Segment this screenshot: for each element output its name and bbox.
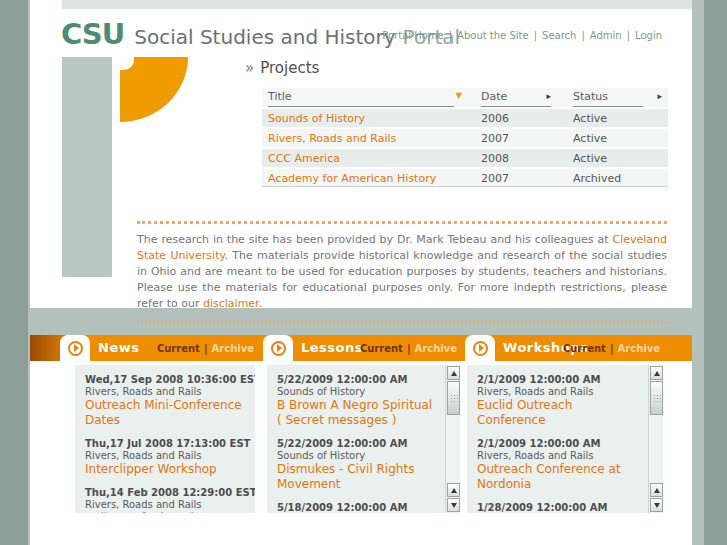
disclaimer-link[interactable]: disclaimer: [203, 297, 259, 310]
scrollbar-thumb[interactable]: [447, 381, 460, 415]
grip-icon: [653, 394, 661, 402]
table-row: CCC America 2008 Active: [262, 147, 668, 167]
news-item: Thu,14 Feb 2008 12:29:00 EST Rivers, Roa…: [85, 487, 247, 513]
lessons-list-panel: 5/22/2009 12:00:00 AM Sounds of History …: [267, 365, 460, 513]
project-date: 2007: [465, 169, 557, 186]
play-circle-icon: [68, 341, 83, 356]
scroll-up-button[interactable]: [650, 366, 663, 380]
csu-logo-text: CSU: [61, 17, 124, 51]
item-title-link[interactable]: Euclid Outreach Conference: [477, 398, 641, 428]
news-current-link[interactable]: Current: [157, 343, 200, 354]
main-card: CSU Social Studies and History Portal Po…: [30, 0, 692, 308]
title-column-label[interactable]: Title: [268, 90, 454, 107]
scroll-up-button[interactable]: [447, 366, 460, 380]
item-date: 5/22/2009 12:00:00 AM: [277, 374, 438, 386]
item-title-link[interactable]: College of Education Partnership Confere…: [85, 511, 247, 513]
item-title-link[interactable]: B Brown A Negro Spiritual ( Secret messa…: [277, 398, 438, 428]
nav-login[interactable]: Login: [635, 30, 662, 41]
tab-workshops[interactable]: [465, 335, 495, 361]
scrollbar[interactable]: [445, 365, 460, 513]
scrollbar-thumb[interactable]: [650, 381, 663, 415]
project-link[interactable]: CCC America: [268, 152, 340, 165]
item-title-link[interactable]: Dismukes - Civil Rights Movement: [277, 462, 438, 492]
news-list-panel: Wed,17 Sep 2008 10:36:00 EST Rivers, Roa…: [75, 365, 255, 513]
sort-icon[interactable]: ▸: [546, 91, 551, 101]
scroll-up-button[interactable]: [447, 483, 460, 497]
orange-fan-decoration: [120, 57, 188, 122]
scroll-down-button[interactable]: [650, 498, 663, 512]
scrollbar-buttons: [446, 482, 460, 513]
project-date: 2008: [465, 149, 557, 167]
sections-header-bar: News Current|Archive Lessons Current|Arc…: [30, 335, 692, 361]
nav-portal-home[interactable]: Portal Home: [382, 30, 443, 41]
lesson-item: 5/18/2009 12:00:00 AM Sounds of History …: [277, 502, 438, 513]
play-icon: [479, 344, 484, 352]
workshop-item: 2/1/2009 12:00:00 AM Rivers, Roads and R…: [477, 438, 641, 492]
lesson-item: 5/22/2009 12:00:00 AM Sounds of History …: [277, 374, 438, 428]
project-link[interactable]: Sounds of History: [268, 112, 365, 125]
projects-heading-text: Projects: [260, 59, 319, 77]
workshops-archive-link[interactable]: Archive: [618, 343, 660, 354]
arrow-up-icon: [654, 371, 660, 376]
item-project: Rivers, Roads and Rails: [477, 386, 641, 398]
item-title-link[interactable]: Outreach Mini-Conference Dates: [85, 398, 247, 428]
item-title-link[interactable]: Interclipper Workshop: [85, 462, 247, 477]
play-icon: [277, 344, 282, 352]
scroll-up-button[interactable]: [650, 483, 663, 497]
project-link[interactable]: Academy for American History: [268, 172, 436, 185]
tab-lessons[interactable]: [263, 335, 293, 361]
sort-desc-icon[interactable]: ▼: [456, 91, 462, 100]
about-text: The research in the site has been provid…: [137, 233, 612, 246]
item-date: 2/1/2009 12:00:00 AM: [477, 438, 641, 450]
nav-separator: |: [449, 30, 452, 41]
news-archive-link[interactable]: Archive: [212, 343, 254, 354]
column-header-status: Status ▸: [557, 88, 668, 107]
top-navigation: Portal Home|About the Site|Search|Admin|…: [382, 30, 662, 41]
nav-search[interactable]: Search: [542, 30, 576, 41]
lessons-archive-link[interactable]: Archive: [415, 343, 457, 354]
news-item: Wed,17 Sep 2008 10:36:00 EST Rivers, Roa…: [85, 374, 247, 428]
site-title: Social Studies and History: [134, 25, 395, 49]
projects-heading: »Projects: [245, 59, 319, 77]
item-project: Sounds of History: [277, 386, 438, 398]
nav-admin[interactable]: Admin: [590, 30, 622, 41]
scrollbar-buttons: [649, 482, 663, 513]
item-project: Rivers, Roads and Rails: [85, 386, 247, 398]
nav-separator: |: [627, 30, 630, 41]
top-accent-strip: [62, 0, 692, 9]
item-project: Rivers, Roads and Rails: [85, 450, 247, 462]
news-section-title: News: [98, 335, 139, 361]
nav-separator: |: [581, 30, 584, 41]
date-column-label[interactable]: Date: [481, 90, 551, 107]
item-date: 5/18/2009 12:00:00 AM: [277, 502, 438, 513]
status-column-label[interactable]: Status: [573, 90, 643, 107]
play-circle-icon: [271, 341, 286, 356]
item-date: 5/22/2009 12:00:00 AM: [277, 438, 438, 450]
arrow-down-icon: [654, 503, 660, 508]
workshops-current-link[interactable]: Current: [563, 343, 606, 354]
lesson-item: 5/22/2009 12:00:00 AM Sounds of History …: [277, 438, 438, 492]
nav-separator: |: [534, 30, 537, 41]
lessons-current-link[interactable]: Current: [360, 343, 403, 354]
sort-icon[interactable]: ▸: [657, 91, 662, 101]
arrow-up-icon: [451, 488, 457, 493]
scrollbar[interactable]: [648, 365, 663, 513]
lessons-section-title: Lessons: [301, 335, 363, 361]
project-link[interactable]: Rivers, Roads and Rails: [268, 132, 396, 145]
news-item: Thu,17 Jul 2008 17:13:00 EST Rivers, Roa…: [85, 438, 247, 477]
chevrons-icon: »: [245, 59, 254, 77]
workshop-item: 1/28/2009 12:00:00 AM Sounds of History …: [477, 502, 641, 513]
nav-about-the-site[interactable]: About the Site: [457, 30, 529, 41]
item-project: Rivers, Roads and Rails: [85, 499, 247, 511]
tab-news[interactable]: [60, 335, 90, 361]
page-container: CSU Social Studies and History Portal Po…: [28, 0, 704, 545]
decorative-vertical-bar: [62, 57, 112, 277]
lessons-view-links: Current|Archive: [357, 335, 457, 361]
item-title-link[interactable]: Outreach Conference at Nordonia: [477, 462, 641, 492]
workshops-view-links: Current|Archive: [560, 335, 660, 361]
scroll-down-button[interactable]: [447, 498, 460, 512]
item-date: Thu,14 Feb 2008 12:29:00 EST: [85, 487, 247, 499]
item-date: Thu,17 Jul 2008 17:13:00 EST: [85, 438, 247, 450]
project-status: Active: [557, 109, 668, 127]
project-date: 2006: [465, 109, 557, 127]
